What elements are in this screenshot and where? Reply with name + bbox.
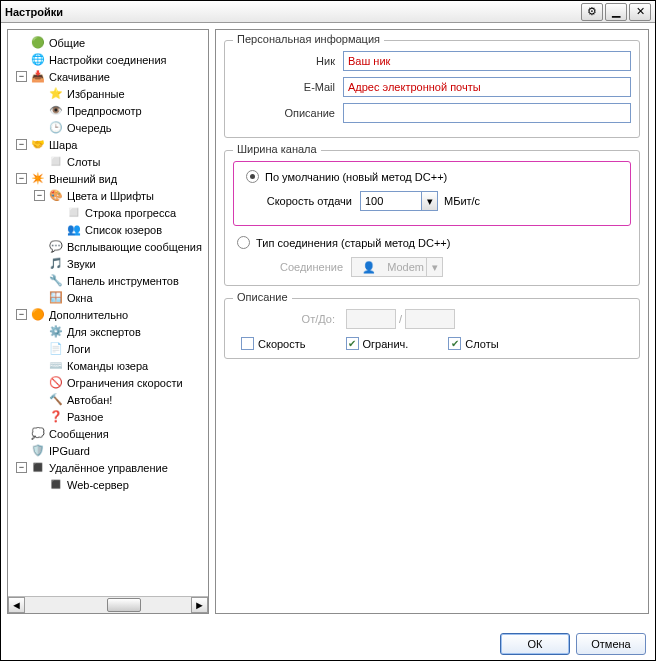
tree-item[interactable]: 🕒Очередь xyxy=(10,119,206,136)
tree-item[interactable]: 👥Список юзеров xyxy=(10,221,206,238)
tree-item[interactable]: −✴️Внешний вид xyxy=(10,170,206,187)
tree-item[interactable]: −🎨Цвета и Шрифты xyxy=(10,187,206,204)
tree-item-icon: ◼️ xyxy=(30,460,46,476)
tree-item[interactable]: −🤝Шара xyxy=(10,136,206,153)
connection-combo: 👤 Modem ▾ xyxy=(351,257,443,277)
tree-item[interactable]: ◻️Строка прогресса xyxy=(10,204,206,221)
nick-input[interactable] xyxy=(343,51,631,71)
expander-icon[interactable]: − xyxy=(16,462,27,473)
expander-icon[interactable]: − xyxy=(16,139,27,150)
horizontal-scrollbar[interactable]: ◄ ► xyxy=(8,596,208,613)
radio-old-method[interactable] xyxy=(237,236,250,249)
radio-default-method[interactable] xyxy=(246,170,259,183)
tree-item-label: Шара xyxy=(49,139,77,151)
titlebar: Настройки ⚙ ▁ ✕ xyxy=(1,1,655,23)
tree-item[interactable]: 📄Логи xyxy=(10,340,206,357)
scroll-track[interactable] xyxy=(25,597,191,613)
scroll-thumb[interactable] xyxy=(107,598,141,612)
tree-item-icon: 🎨 xyxy=(48,188,64,204)
tree-item-label: Разное xyxy=(67,411,103,423)
tree-item[interactable]: 🚫Ограничения скорости xyxy=(10,374,206,391)
tree-item-icon: 🌐 xyxy=(30,52,46,68)
tree-item-label: Избранные xyxy=(67,88,125,100)
tree-item[interactable]: ❓Разное xyxy=(10,408,206,425)
tree-item[interactable]: ⌨️Команды юзера xyxy=(10,357,206,374)
tree-item[interactable]: 🎵Звуки xyxy=(10,255,206,272)
tree-item-icon: ⌨️ xyxy=(48,358,64,374)
upload-speed-unit: МБит/с xyxy=(444,195,480,207)
tree-item[interactable]: 🟢Общие xyxy=(10,34,206,51)
tree-item-label: Список юзеров xyxy=(85,224,162,236)
close-icon[interactable]: ✕ xyxy=(629,3,651,21)
upload-speed-label: Скорость отдачи xyxy=(260,195,360,207)
tree-item[interactable]: ◻️Слоты xyxy=(10,153,206,170)
tree-item[interactable]: 💭Сообщения xyxy=(10,425,206,442)
tree-item-label: Панель инструментов xyxy=(67,275,179,287)
slots-checkbox-item[interactable]: ✔ Слоты xyxy=(448,337,498,350)
minimize-icon[interactable]: ▁ xyxy=(605,3,627,21)
tree-item-label: Очередь xyxy=(67,122,112,134)
tree-item[interactable]: 🌐Настройки соединения xyxy=(10,51,206,68)
email-input[interactable] xyxy=(343,77,631,97)
personal-legend: Персональная информация xyxy=(233,33,384,45)
description-fieldset: Описание От/До: / Скорость ✔ Огранич. ✔ xyxy=(224,298,640,359)
default-method-group: По умолчанию (новый метод DC++) Скорость… xyxy=(233,161,631,226)
tree-item[interactable]: 👁️Предпросмотр xyxy=(10,102,206,119)
tree-item[interactable]: 💬Всплывающие сообщения xyxy=(10,238,206,255)
slash-label: / xyxy=(399,313,402,325)
tree-item[interactable]: ⭐Избранные xyxy=(10,85,206,102)
tree-item[interactable]: −🟠Дополнительно xyxy=(10,306,206,323)
bandwidth-legend: Ширина канала xyxy=(233,143,321,155)
from-input xyxy=(346,309,396,329)
description-input[interactable] xyxy=(343,103,631,123)
tree-item-icon: ◻️ xyxy=(66,205,82,221)
tree-item-icon: 🔨 xyxy=(48,392,64,408)
settings-tree[interactable]: 🟢Общие🌐Настройки соединения−📥Скачивание⭐… xyxy=(8,30,208,596)
tree-item-icon: 📄 xyxy=(48,341,64,357)
speed-checkbox-item[interactable]: Скорость xyxy=(241,337,306,350)
modem-icon: 👤 xyxy=(352,261,385,274)
expander-icon[interactable]: − xyxy=(16,71,27,82)
limit-checkbox-item[interactable]: ✔ Огранич. xyxy=(346,337,409,350)
chevron-down-icon: ▾ xyxy=(426,258,442,276)
tree-item-icon: 🟠 xyxy=(30,307,46,323)
tree-item-label: Web-сервер xyxy=(67,479,129,491)
tree-item[interactable]: 🔨Автобан! xyxy=(10,391,206,408)
chevron-down-icon[interactable]: ▾ xyxy=(421,192,437,210)
tree-item[interactable]: 🪟Окна xyxy=(10,289,206,306)
speed-check-label: Скорость xyxy=(258,338,306,350)
tree-item[interactable]: −◼️Удалённое управление xyxy=(10,459,206,476)
tree-item-icon: 👥 xyxy=(66,222,82,238)
expander-icon[interactable]: − xyxy=(16,309,27,320)
speed-checkbox[interactable] xyxy=(241,337,254,350)
tree-item[interactable]: 🔧Панель инструментов xyxy=(10,272,206,289)
tree-item-icon: 🟢 xyxy=(30,35,46,51)
cancel-button[interactable]: Отмена xyxy=(576,633,646,655)
tree-item-label: Ограничения скорости xyxy=(67,377,183,389)
tree-item-label: Удалённое управление xyxy=(49,462,168,474)
tree-item-label: Всплывающие сообщения xyxy=(67,241,202,253)
tree-item[interactable]: −📥Скачивание xyxy=(10,68,206,85)
tree-item-icon: 🛡️ xyxy=(30,443,46,459)
tree-item-icon: 🪟 xyxy=(48,290,64,306)
tree-item[interactable]: ⚙️Для экспертов xyxy=(10,323,206,340)
expander-icon[interactable]: − xyxy=(16,173,27,184)
ok-button[interactable]: ОК xyxy=(500,633,570,655)
tree-item-label: Окна xyxy=(67,292,93,304)
tree-item[interactable]: ◼️Web-сервер xyxy=(10,476,206,493)
scroll-right-icon[interactable]: ► xyxy=(191,597,208,613)
tree-panel: 🟢Общие🌐Настройки соединения−📥Скачивание⭐… xyxy=(7,29,209,614)
window-title: Настройки xyxy=(5,6,579,18)
upload-speed-combo[interactable]: 100 ▾ xyxy=(360,191,438,211)
email-label: E-Mail xyxy=(233,81,343,93)
limit-check-label: Огранич. xyxy=(363,338,409,350)
settings-icon[interactable]: ⚙ xyxy=(581,3,603,21)
tree-item-label: Цвета и Шрифты xyxy=(67,190,154,202)
tree-item[interactable]: 🛡️IPGuard xyxy=(10,442,206,459)
slots-checkbox[interactable]: ✔ xyxy=(448,337,461,350)
scroll-left-icon[interactable]: ◄ xyxy=(8,597,25,613)
expander-icon[interactable]: − xyxy=(34,190,45,201)
upload-speed-value: 100 xyxy=(361,195,421,207)
bandwidth-fieldset: Ширина канала По умолчанию (новый метод … xyxy=(224,150,640,286)
limit-checkbox[interactable]: ✔ xyxy=(346,337,359,350)
